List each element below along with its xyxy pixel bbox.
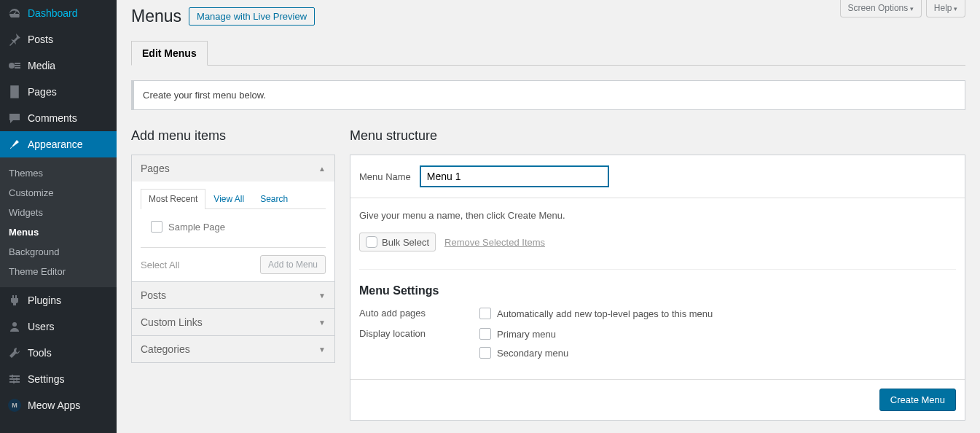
menu-name-label: Menu Name: [359, 171, 411, 182]
postbox-custom-links-toggle[interactable]: Custom Links: [132, 309, 334, 335]
svg-rect-7: [9, 378, 20, 380]
sidebar-item-meow-apps[interactable]: M Meow Apps: [0, 392, 117, 418]
checkbox-icon: [366, 236, 377, 248]
postbox-categories-toggle[interactable]: Categories: [132, 336, 334, 362]
menu-edit-panel: Menu Name Give your menu a name, then cl…: [350, 155, 965, 421]
menu-name-input[interactable]: [420, 165, 609, 187]
svg-point-5: [12, 322, 17, 327]
submenu-theme-editor[interactable]: Theme Editor: [0, 262, 117, 281]
expand-icon: [318, 319, 326, 327]
bulk-select-label: Bulk Select: [382, 237, 429, 248]
secondary-menu-option[interactable]: Secondary menu: [479, 347, 568, 359]
add-to-menu-button[interactable]: Add to Menu: [260, 255, 326, 274]
sidebar-item-comments[interactable]: Comments: [0, 105, 117, 131]
display-location-label: Display location: [359, 328, 479, 359]
postbox-footer: Select All Add to Menu: [141, 247, 326, 281]
nav-tabs: Edit Menus: [131, 41, 965, 66]
auto-add-row: Auto add pages Automatically add new top…: [359, 308, 956, 319]
meow-icon: M: [7, 398, 22, 413]
add-items-heading: Add menu items: [131, 128, 335, 144]
dashboard-icon: [7, 6, 22, 20]
tab-edit-menus[interactable]: Edit Menus: [131, 41, 208, 66]
menu-instruction: Give your menu a name, then click Create…: [359, 210, 956, 221]
menu-settings-heading: Menu Settings: [359, 269, 956, 297]
sidebar-item-media[interactable]: Media: [0, 52, 117, 79]
page-icon: [7, 85, 22, 99]
postbox-pages-toggle[interactable]: Pages: [132, 155, 334, 182]
info-notice: Create your first menu below.: [131, 80, 965, 110]
checkbox-icon[interactable]: [479, 308, 491, 319]
tab-view-all[interactable]: View All: [205, 189, 252, 208]
postbox-title: Categories: [141, 343, 190, 355]
collapse-icon: [318, 165, 326, 173]
sidebar-label: Plugins: [28, 294, 61, 306]
postbox-title: Pages: [141, 163, 170, 174]
tools-icon: [7, 346, 22, 360]
menu-structure-heading: Menu structure: [350, 128, 965, 144]
pages-list: Sample Page: [141, 209, 326, 244]
option-label: Secondary menu: [497, 348, 568, 359]
submenu-background[interactable]: Background: [0, 242, 117, 262]
create-menu-button[interactable]: Create Menu: [879, 389, 956, 411]
sidebar-item-plugins[interactable]: Plugins: [0, 287, 117, 313]
admin-sidebar: Dashboard Posts Media Pages Comments App…: [0, 0, 117, 433]
media-icon: [7, 58, 22, 73]
tab-search[interactable]: Search: [252, 189, 296, 208]
submenu-widgets[interactable]: Widgets: [0, 203, 117, 222]
checkbox-icon[interactable]: [479, 347, 491, 359]
appearance-submenu: Themes Customize Widgets Menus Backgroun…: [0, 157, 117, 287]
bulk-actions: Bulk Select Remove Selected Items: [359, 233, 956, 251]
expand-icon: [318, 292, 326, 300]
submenu-themes[interactable]: Themes: [0, 163, 117, 183]
submenu-menus[interactable]: Menus: [0, 222, 117, 242]
submenu-customize[interactable]: Customize: [0, 183, 117, 203]
postbox-pages: Pages Most Recent View All Search: [132, 155, 334, 282]
svg-rect-4: [11, 86, 18, 98]
metabox-holder: Pages Most Recent View All Search: [131, 155, 335, 363]
sidebar-item-dashboard[interactable]: Dashboard: [0, 0, 117, 26]
display-location-row: Display location Primary menu Secondary …: [359, 328, 956, 359]
svg-rect-6: [9, 375, 20, 377]
help-button[interactable]: Help: [926, 0, 965, 17]
select-all-link[interactable]: Select All: [141, 260, 179, 270]
postbox-categories: Categories: [132, 336, 334, 362]
sidebar-item-appearance[interactable]: Appearance: [0, 131, 117, 157]
sidebar-item-posts[interactable]: Posts: [0, 26, 117, 52]
sidebar-label: Pages: [28, 86, 57, 98]
comments-icon: [7, 111, 22, 125]
checkbox-icon[interactable]: [151, 221, 162, 233]
screen-meta: Screen Options Help: [840, 0, 965, 17]
sidebar-item-pages[interactable]: Pages: [0, 79, 117, 105]
svg-rect-1: [15, 10, 17, 14]
menu-body: Give your menu a name, then click Create…: [350, 198, 965, 379]
auto-add-label: Auto add pages: [359, 308, 479, 319]
sidebar-label: Meow Apps: [28, 399, 80, 411]
svg-rect-10: [16, 378, 17, 381]
sidebar-item-tools[interactable]: Tools: [0, 340, 117, 366]
users-icon: [7, 319, 22, 334]
sidebar-label: Media: [28, 60, 55, 71]
sidebar-label: Appearance: [28, 139, 83, 150]
checkbox-icon[interactable]: [479, 328, 491, 340]
sidebar-label: Dashboard: [28, 7, 78, 19]
remove-selected-link[interactable]: Remove Selected Items: [444, 237, 545, 248]
manage-live-preview-button[interactable]: Manage with Live Preview: [189, 7, 315, 26]
sidebar-item-users[interactable]: Users: [0, 313, 117, 340]
menu-structure-column: Menu structure Menu Name Give your menu …: [350, 128, 965, 421]
bulk-select-button[interactable]: Bulk Select: [359, 233, 436, 251]
primary-menu-option[interactable]: Primary menu: [479, 328, 568, 340]
sidebar-label: Settings: [28, 373, 65, 385]
postbox-posts-toggle[interactable]: Posts: [132, 282, 334, 308]
screen-options-button[interactable]: Screen Options: [840, 0, 922, 17]
add-menu-items-column: Add menu items Pages Most Recent View Al…: [131, 128, 335, 363]
auto-add-option[interactable]: Automatically add new top-level pages to…: [479, 308, 713, 319]
sidebar-item-settings[interactable]: Settings: [0, 366, 117, 392]
tab-most-recent[interactable]: Most Recent: [141, 189, 205, 209]
postbox-title: Custom Links: [141, 316, 203, 328]
postbox-posts: Posts: [132, 282, 334, 309]
page-item-label: Sample Page: [168, 222, 225, 233]
postbox-title: Posts: [141, 289, 166, 301]
expand-icon: [318, 346, 326, 354]
page-item[interactable]: Sample Page: [144, 218, 323, 235]
main-content: Screen Options Help Menus Manage with Li…: [117, 0, 980, 433]
